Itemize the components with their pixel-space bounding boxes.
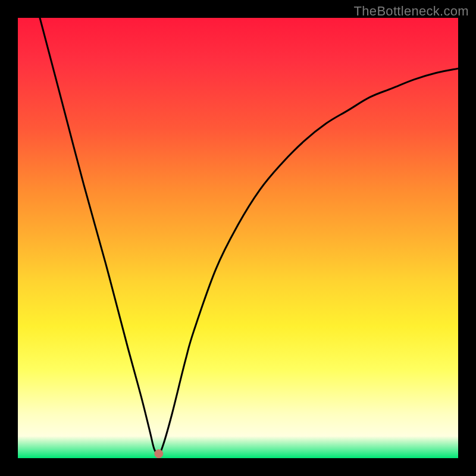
optimal-point-marker — [155, 450, 163, 458]
curve-layer — [18, 18, 458, 458]
bottleneck-curve — [40, 18, 458, 454]
plot-area — [18, 18, 458, 458]
watermark-text: TheBottleneck.com — [354, 4, 469, 19]
chart-frame: TheBottleneck.com — [0, 0, 476, 476]
